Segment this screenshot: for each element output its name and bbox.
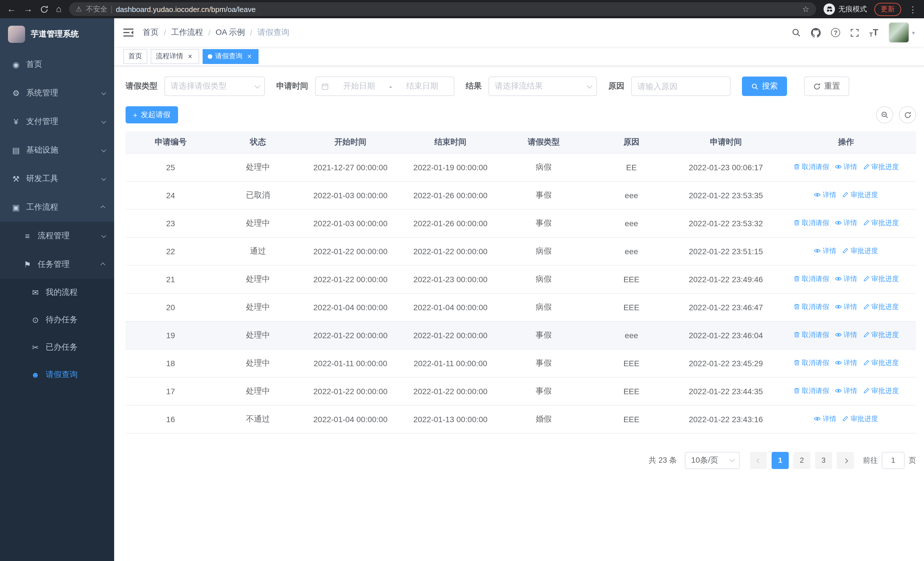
- reset-button[interactable]: 重置: [804, 77, 849, 96]
- forward-icon[interactable]: →: [23, 5, 33, 14]
- action-detail[interactable]: 详情: [835, 302, 857, 312]
- end-date-placeholder: 结束日期: [397, 81, 448, 92]
- cell-type: 病假: [500, 153, 587, 181]
- column-header: 原因: [587, 131, 676, 153]
- leave-type-select[interactable]: 请选择请假类型: [164, 77, 265, 96]
- chevron-down-icon: [101, 90, 106, 95]
- cell-apply-time: 2022-01-22 23:46:47: [676, 293, 776, 321]
- search-icon[interactable]: [792, 28, 801, 37]
- tab-0[interactable]: 首页: [123, 49, 147, 64]
- action-detail[interactable]: 详情: [814, 414, 836, 424]
- breadcrumb-item-1[interactable]: 工作流程: [171, 27, 203, 38]
- action-cancel[interactable]: 取消请假: [793, 162, 829, 172]
- action-label: 审批进度: [850, 246, 878, 256]
- action-progress[interactable]: 审批进度: [863, 218, 899, 228]
- page-size-select[interactable]: 10条/页: [685, 451, 740, 469]
- action-detail[interactable]: 详情: [835, 162, 857, 172]
- action-cancel[interactable]: 取消请假: [793, 330, 829, 340]
- back-icon[interactable]: ←: [7, 5, 16, 14]
- action-progress[interactable]: 审批进度: [863, 358, 899, 368]
- next-page-button[interactable]: [837, 451, 854, 469]
- sidebar-item-process[interactable]: ≡流程管理: [0, 222, 114, 250]
- action-progress[interactable]: 审批进度: [863, 302, 899, 312]
- result-select[interactable]: 请选择流结果: [489, 77, 597, 96]
- action-progress[interactable]: 审批进度: [842, 414, 878, 424]
- sidebar-item-leave[interactable]: ☻请假查询: [0, 361, 114, 388]
- sidebar-item-task[interactable]: ⚑任务管理: [0, 250, 114, 279]
- create-leave-label: 发起请假: [141, 110, 170, 120]
- breadcrumb-item-0[interactable]: 首页: [142, 27, 159, 38]
- action-label: 审批进度: [872, 330, 899, 340]
- sidebar-item-devtools[interactable]: ⚒研发工具: [0, 164, 114, 193]
- action-detail[interactable]: 详情: [814, 246, 836, 256]
- table-row: 22通过2022-01-22 00:00:002022-01-22 00:00:…: [126, 237, 916, 265]
- action-cancel[interactable]: 取消请假: [793, 358, 829, 368]
- action-progress[interactable]: 审批进度: [863, 386, 899, 396]
- action-detail[interactable]: 详情: [835, 218, 857, 228]
- action-detail[interactable]: 详情: [814, 190, 836, 200]
- sidebar-item-my-process[interactable]: ✉我的流程: [0, 279, 114, 306]
- app-logo[interactable]: 芋道管理系统: [0, 18, 114, 50]
- page-3[interactable]: 3: [815, 451, 832, 469]
- tab-close-icon[interactable]: ×: [245, 52, 254, 60]
- action-progress[interactable]: 审批进度: [863, 162, 899, 172]
- cell-reason: eee: [587, 237, 676, 265]
- sidebar-item-infrastructure[interactable]: ▤基础设施: [0, 136, 114, 164]
- sidebar-item-todo[interactable]: ⊙待办任务: [0, 306, 114, 334]
- tab-1[interactable]: 流程详情×: [151, 49, 199, 64]
- github-icon[interactable]: [811, 28, 821, 38]
- cell-start: 2022-01-04 00:00:00: [300, 405, 400, 433]
- date-range-picker[interactable]: 开始日期 - 结束日期: [315, 77, 454, 96]
- action-cancel[interactable]: 取消请假: [793, 302, 829, 312]
- cell-start: 2022-01-03 00:00:00: [300, 181, 400, 209]
- sidebar-item-workflow[interactable]: ▣工作流程: [0, 193, 114, 222]
- goto-page-input[interactable]: [882, 451, 904, 469]
- create-leave-button[interactable]: + 发起请假: [126, 106, 178, 123]
- fullscreen-icon[interactable]: [850, 28, 859, 37]
- address-bar[interactable]: ⚠ 不安全 dashboard.yudao.iocoder.cn/bpm/oa/…: [69, 2, 816, 16]
- breadcrumb-item-2[interactable]: OA 示例: [216, 27, 245, 38]
- filter-label: 结果: [466, 81, 482, 92]
- toggle-search-icon[interactable]: [876, 106, 893, 123]
- refresh-icon[interactable]: [40, 5, 48, 14]
- sidebar-item-dashboard[interactable]: ◉首页: [0, 50, 114, 79]
- action-detail[interactable]: 详情: [835, 330, 857, 340]
- incognito-badge: 无痕模式: [824, 3, 867, 15]
- tab-close-icon[interactable]: ×: [186, 52, 194, 60]
- search-button[interactable]: 搜索: [742, 77, 787, 96]
- sidebar-item-label: 首页: [26, 59, 42, 70]
- edit-icon: [863, 332, 870, 338]
- edit-icon: [863, 164, 870, 170]
- page-2[interactable]: 2: [793, 451, 810, 469]
- user-menu[interactable]: ▾: [889, 22, 915, 43]
- bookmark-star-icon[interactable]: ☆: [802, 5, 809, 14]
- home-icon[interactable]: ⌂: [56, 5, 62, 14]
- update-button[interactable]: 更新: [874, 3, 901, 16]
- page-1[interactable]: 1: [772, 451, 789, 469]
- sidebar-item-payment[interactable]: ¥支付管理: [0, 107, 114, 136]
- action-detail[interactable]: 详情: [835, 274, 857, 284]
- chevron-down-icon: [101, 176, 106, 181]
- cell-type: 事假: [500, 321, 587, 349]
- action-progress[interactable]: 审批进度: [842, 190, 878, 200]
- sidebar-toggle-icon[interactable]: [123, 28, 134, 37]
- table-row: 16不通过2022-01-04 00:00:002022-01-13 00:00…: [126, 405, 916, 433]
- kebab-menu-icon[interactable]: ⋮: [909, 5, 917, 14]
- trash-icon: [793, 220, 800, 227]
- action-progress[interactable]: 审批进度: [863, 274, 899, 284]
- action-cancel[interactable]: 取消请假: [793, 218, 829, 228]
- help-icon[interactable]: ?: [831, 28, 840, 37]
- font-size-icon[interactable]: TT: [869, 27, 878, 38]
- action-cancel[interactable]: 取消请假: [793, 274, 829, 284]
- prev-page-button[interactable]: [750, 451, 767, 469]
- action-detail[interactable]: 详情: [835, 386, 857, 396]
- action-cancel[interactable]: 取消请假: [793, 386, 829, 396]
- action-progress[interactable]: 审批进度: [842, 246, 878, 256]
- tab-2[interactable]: 请假查询×: [202, 49, 258, 64]
- refresh-table-icon[interactable]: [899, 106, 916, 123]
- action-progress[interactable]: 审批进度: [863, 330, 899, 340]
- reason-input[interactable]: [631, 77, 730, 96]
- sidebar-item-done[interactable]: ✂已办任务: [0, 334, 114, 361]
- action-detail[interactable]: 详情: [835, 358, 857, 368]
- sidebar-item-gear[interactable]: ⚙系统管理: [0, 79, 114, 107]
